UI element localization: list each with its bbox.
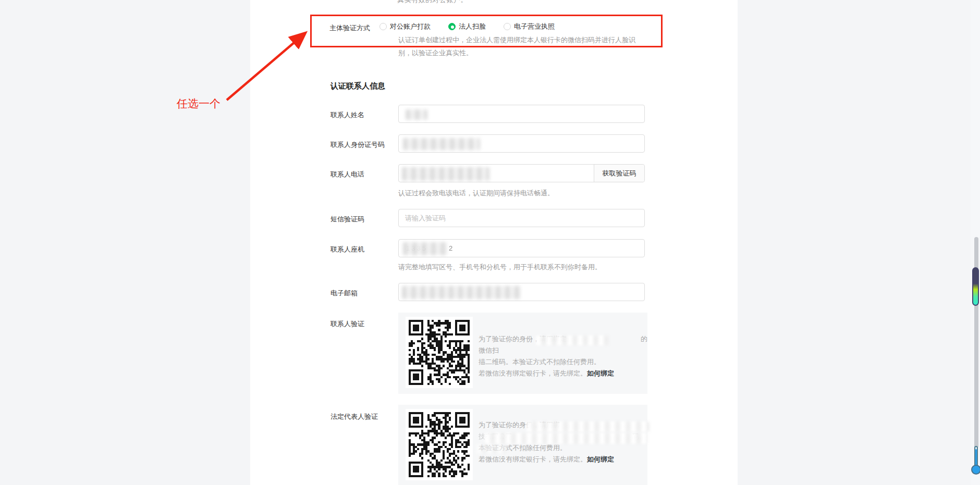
thermometer-icon — [971, 446, 980, 478]
contact-verify-panel: 为了验证你的身份，请用绑定的微信扫 描二维码。本验证方式不扣除任何费用。 若微信… — [398, 313, 647, 394]
landline-input[interactable]: 1335 2 — [398, 239, 645, 257]
legal-line4-text: 若微信没有绑定银行卡，请先绑定。 — [479, 455, 587, 463]
contact-name-input[interactable] — [398, 105, 645, 123]
how-to-bind-link[interactable]: 如何绑定 — [587, 369, 614, 377]
contact-verify-label: 联系人验证 — [330, 319, 364, 329]
contact-id-label: 联系人身份证号码 — [330, 140, 385, 150]
legal-verify-qr-frame — [406, 409, 473, 480]
landline-helper-text: 请完整地填写区号、手机号和分机号，用于手机联系不到你时备用。 — [398, 263, 602, 272]
redacted-id-value — [403, 138, 480, 150]
verification-form-page: 真实有效的对公账户。 主体验证方式 对公账户打款 法人扫脸 电子营业执照 认证订… — [0, 0, 980, 485]
contact-verify-qr-code — [409, 320, 470, 385]
phone-helper-text: 认证过程会致电该电话，认证期间请保持电话畅通。 — [398, 189, 554, 198]
redacted-wechat-name — [536, 335, 609, 345]
redacted-email-value — [402, 286, 521, 299]
redacted-legal-line1 — [526, 421, 650, 432]
clipped-top-text: 真实有效的对公账户。 — [397, 0, 468, 5]
how-to-bind-link[interactable]: 如何绑定 — [587, 455, 614, 463]
legal-verify-line4: 若微信没有绑定银行卡，请先绑定。如何绑定 — [479, 454, 646, 465]
contact-verify-line3: 若微信没有绑定银行卡，请先绑定。如何绑定 — [479, 368, 647, 379]
contact-name-label: 联系人姓名 — [330, 110, 364, 120]
redacted-landline-value — [403, 242, 447, 255]
redacted-phone-value — [402, 167, 489, 181]
sms-code-label: 短信验证码 — [330, 215, 364, 224]
email-label: 电子邮箱 — [330, 289, 358, 298]
contact-phone-input[interactable]: 获取验证码 — [398, 164, 645, 182]
contact-verify-qr-frame — [406, 317, 473, 388]
verify-method-description-line2: 别，以验证企业真实性。 — [398, 48, 473, 58]
annotation-pick-one: 任选一个 — [177, 96, 220, 111]
thermometer-bulb — [971, 465, 980, 475]
get-sms-code-button[interactable]: 获取验证码 — [594, 165, 644, 182]
redacted-name-value — [406, 109, 427, 120]
contact-id-input[interactable] — [398, 134, 645, 153]
scroll-marker-gradient-pill — [972, 267, 979, 306]
redacted-legal-line2 — [485, 433, 647, 444]
legal-verify-panel: 为了验证你的身份，请用绑 技有限公司码。 本验证方式不扣除任何费用。 若微信没有… — [398, 405, 647, 485]
redacted-legal-line3 — [476, 444, 507, 454]
sms-code-field[interactable] — [399, 209, 644, 227]
thermometer-mercury — [975, 449, 977, 467]
verify-line3-text: 若微信没有绑定银行卡，请先绑定。 — [479, 369, 587, 377]
sms-code-input[interactable] — [398, 209, 645, 227]
legal-verify-label: 法定代表人验证 — [330, 412, 378, 421]
visible-landline-digit: 2 — [449, 244, 452, 252]
section-heading: 认证联系人信息 — [330, 81, 385, 91]
legal-verify-qr-code — [409, 412, 470, 477]
landline-label: 联系人座机 — [330, 245, 364, 254]
contact-verify-line2: 描二维码。本验证方式不扣除任何费用。 — [479, 356, 647, 368]
contact-phone-label: 联系人电话 — [330, 170, 364, 179]
red-highlight-box — [310, 15, 663, 47]
email-input[interactable] — [398, 283, 645, 301]
